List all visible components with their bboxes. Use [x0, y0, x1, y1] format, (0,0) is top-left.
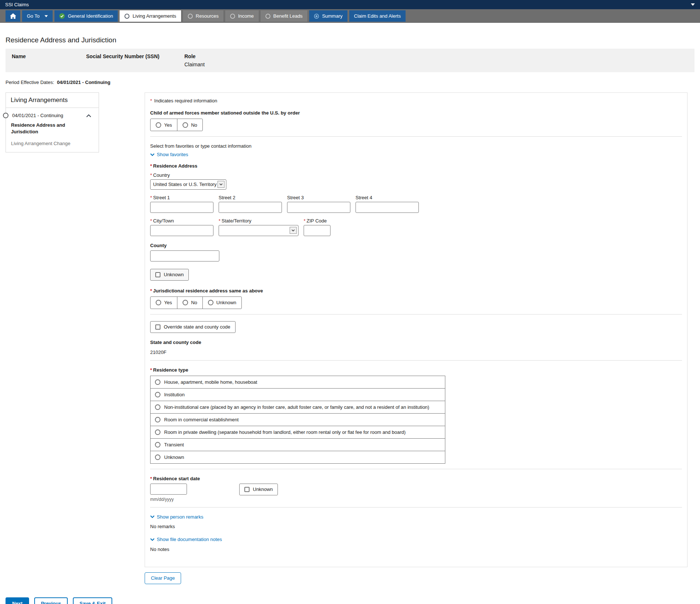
chevron-down-icon: [290, 227, 297, 234]
period-radio-icon[interactable]: [3, 113, 8, 118]
county-label: County: [150, 243, 682, 248]
state-label: State/Territory: [219, 218, 298, 224]
go-to-dropdown[interactable]: Go To: [22, 10, 53, 22]
residence-type-option-transient[interactable]: Transient: [150, 438, 445, 451]
period-value: 04/01/2021 - Continuing: [57, 80, 110, 85]
date-format-hint: mm/dd/yyyy: [150, 497, 187, 502]
street1-input[interactable]: [150, 202, 213, 213]
street2-input[interactable]: [219, 202, 282, 213]
home-icon: [10, 13, 16, 19]
show-file-documentation-notes-link[interactable]: Show file documentation notes: [150, 537, 222, 542]
street3-input[interactable]: [287, 202, 350, 213]
clear-page-button[interactable]: Clear Page: [145, 572, 181, 584]
tab-living-arrangements[interactable]: Living Arrangements: [120, 10, 181, 22]
check-circle-icon: [59, 13, 65, 19]
residence-type-option-institution[interactable]: Institution: [150, 388, 445, 401]
residence-type-option-commercial[interactable]: Room in commercial establishment: [150, 413, 445, 426]
residence-type-label: Residence type: [150, 367, 682, 373]
section-divider: [150, 136, 682, 137]
radio-icon: [155, 429, 160, 435]
section-divider: [150, 314, 682, 315]
show-favorites-link[interactable]: Show favorites: [150, 152, 188, 157]
app-title: SSI Claims: [5, 2, 29, 7]
tab-general-identification[interactable]: General Identification: [54, 10, 118, 22]
jurisdiction-options: Yes No Unknown: [150, 296, 242, 309]
radio-unchecked-icon: [188, 14, 193, 19]
residence-form-panel: Indicates required information Child of …: [145, 92, 687, 567]
residence-start-date-input[interactable]: [150, 484, 187, 495]
chevron-down-icon: [150, 515, 155, 519]
jurisdiction-yes-option[interactable]: Yes: [151, 297, 177, 309]
form-actions: Next Previous Save & Exit: [6, 597, 112, 604]
home-button[interactable]: [6, 10, 20, 22]
county-unknown-checkbox[interactable]: Unknown: [150, 269, 189, 281]
required-note: Indicates required information: [150, 98, 682, 103]
radio-unchecked-icon: [230, 14, 235, 19]
residence-type-options: House, apartment, mobile home, houseboat…: [150, 376, 445, 464]
street3-label: Street 3: [287, 195, 350, 200]
role-label: Role: [184, 53, 205, 59]
tab-summary[interactable]: Summary: [309, 10, 347, 22]
sidebar-item-living-arrangement-change[interactable]: Living Arrangement Change: [11, 141, 93, 146]
app-banner: SSI Claims: [0, 0, 700, 9]
residence-address-heading: Residence Address: [150, 163, 682, 169]
city-label: City/Town: [150, 218, 213, 224]
jurisdiction-question: Jurisdictional residence address same as…: [150, 288, 682, 294]
armed-forces-no-option[interactable]: No: [177, 119, 202, 131]
residence-start-date-label: Residence start date: [150, 476, 682, 481]
street2-label: Street 2: [219, 195, 282, 200]
chevron-down-icon[interactable]: [691, 3, 695, 6]
jurisdiction-no-option[interactable]: No: [177, 297, 202, 309]
role-value: Claimant: [184, 62, 205, 67]
state-select[interactable]: [219, 225, 298, 236]
street4-label: Street 4: [356, 195, 419, 200]
residence-type-option-house[interactable]: House, apartment, mobile home, houseboat: [150, 376, 445, 389]
street1-label: Street 1: [150, 195, 213, 200]
start-date-unknown-checkbox[interactable]: Unknown: [239, 484, 278, 495]
radio-icon: [155, 417, 160, 422]
zip-label: ZIP Code: [304, 218, 330, 224]
radio-icon: [183, 122, 188, 128]
street4-input[interactable]: [356, 202, 419, 213]
armed-forces-yes-option[interactable]: Yes: [151, 119, 177, 131]
name-label: Name: [12, 53, 86, 59]
country-value: United States or U.S. Territory: [153, 182, 216, 187]
radio-icon: [156, 300, 161, 305]
jurisdiction-unknown-option[interactable]: Unknown: [202, 297, 241, 309]
content-layout: Living Arrangements 04/01/2021 - Continu…: [6, 92, 694, 584]
checkbox-icon: [244, 487, 250, 492]
override-state-county-checkbox[interactable]: Override state and county code: [150, 321, 236, 333]
county-input[interactable]: [150, 250, 219, 261]
previous-button[interactable]: Previous: [34, 597, 68, 604]
section-divider: [150, 360, 682, 361]
tab-income[interactable]: Income: [225, 10, 259, 22]
next-button[interactable]: Next: [6, 597, 29, 604]
tab-benefit-leads[interactable]: Benefit Leads: [261, 10, 308, 22]
claim-nav: Go To General Identification Living Arra…: [0, 9, 700, 23]
radio-icon: [155, 379, 160, 385]
save-exit-button[interactable]: Save & Exit: [73, 597, 112, 604]
sidebar-period-row[interactable]: 04/01/2021 - Continuing: [6, 108, 99, 118]
favorites-hint: Select from favorites or type contact in…: [150, 143, 682, 149]
armed-forces-options: Yes No: [150, 119, 203, 131]
chevron-down-icon: [150, 537, 155, 542]
residence-type-option-private-dwelling[interactable]: Room in private dwelling (separate house…: [150, 426, 445, 439]
chevron-up-icon[interactable]: [86, 114, 91, 117]
state-county-code-label: State and county code: [150, 340, 682, 345]
city-state-zip-row: City/Town State/Territory ZIP Code: [150, 218, 682, 236]
section-divider: [150, 469, 682, 469]
sidebar-item-residence-address[interactable]: Residence Address and Jurisdiction: [11, 122, 93, 135]
tab-claim-edits-and-alerts[interactable]: Claim Edits and Alerts: [349, 10, 406, 22]
zip-input[interactable]: [304, 225, 330, 236]
city-input[interactable]: [150, 225, 213, 236]
radio-icon: [156, 122, 161, 128]
show-person-remarks-link[interactable]: Show person remarks: [150, 514, 203, 520]
tab-resources[interactable]: Resources: [183, 10, 223, 22]
radio-unchecked-icon: [265, 14, 271, 19]
country-select[interactable]: United States or U.S. Territory: [150, 179, 226, 190]
period-effective-dates: Period Effective Dates: 04/01/2021 - Con…: [6, 80, 694, 85]
chevron-down-icon: [218, 181, 225, 188]
residence-type-option-unknown[interactable]: Unknown: [150, 451, 445, 464]
radio-icon: [155, 442, 160, 447]
residence-type-option-non-institutional-care[interactable]: Non-institutional care (placed by an age…: [150, 401, 445, 414]
